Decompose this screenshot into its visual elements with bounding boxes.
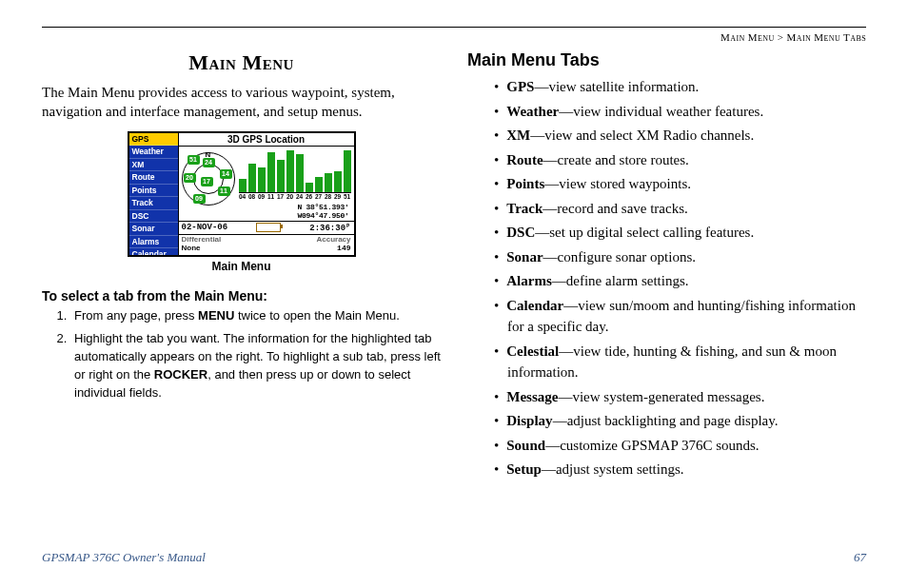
accuracy-value: 149 (316, 245, 350, 253)
device-tab-sonar: Sonar (129, 223, 178, 236)
intro-paragraph: The Main Menu provides access to various… (42, 83, 441, 122)
tab-item-alarms: Alarms—define alarm settings. (494, 270, 866, 292)
tab-item-track: Track—record and save tracks. (494, 198, 866, 220)
tab-item-message: Message—view system-generated messages. (494, 386, 866, 408)
tab-item-sound: Sound—customize GPSMAP 376C sounds. (494, 435, 866, 457)
device-tab-xm: XM (129, 159, 178, 172)
tab-item-dsc: DSC—set up digital select calling featur… (494, 222, 866, 244)
satellite-marker: 20 (184, 173, 196, 183)
satellite-marker: 14 (220, 169, 232, 179)
longitude: W094°47.950' (297, 212, 348, 221)
device-tab-dsc: DSC (129, 210, 178, 224)
device-sidebar: GPSWeatherXMRoutePointsTrackDSCSonarAlar… (129, 133, 179, 255)
device-screenshot: GPSWeatherXMRoutePointsTrackDSCSonarAlar… (128, 131, 356, 257)
signal-bar (296, 154, 304, 192)
page-footer: GPSMAP 376C Owner's Manual 67 (42, 550, 866, 565)
device-tab-route: Route (129, 171, 178, 185)
tabs-list: GPS—view satellite information.Weather—v… (467, 76, 866, 480)
signal-bar (248, 164, 256, 192)
satellite-marker: 17 (201, 177, 213, 186)
manual-title: GPSMAP 376C Owner's Manual (42, 550, 206, 565)
signal-bars (239, 148, 351, 193)
signal-bar (267, 152, 275, 192)
device-tab-weather: Weather (129, 146, 178, 159)
differential-value: None (182, 245, 222, 253)
tab-item-xm: XM—view and select XM Radio channels. (494, 125, 866, 147)
device-time: 2:36:30ᴾ (309, 223, 350, 233)
signal-bar (334, 171, 342, 192)
tab-item-route: Route—create and store routes. (494, 149, 866, 171)
tab-item-weather: Weather—view individual weather features… (494, 101, 866, 123)
signal-bar (344, 150, 351, 192)
coordinates: N 38°51.393' W094°47.950' (297, 204, 348, 221)
tab-item-calendar: Calendar—view sun/moom and hunting/fishi… (494, 295, 866, 338)
signal-bar (277, 160, 285, 192)
tab-item-sonar: Sonar—configure sonar options. (494, 246, 866, 268)
instruction-step: From any page, press MENU twice to open … (70, 307, 441, 325)
instruction-step: Highlight the tab you want. The informat… (70, 330, 441, 402)
instructions-heading: To select a tab from the Main Menu: (42, 288, 441, 304)
tab-item-celestial: Celestial—view tide, hunting & fishing, … (494, 341, 866, 383)
figure-caption: Main Menu (128, 260, 356, 273)
instructions-list: From any page, press MENU twice to open … (42, 307, 441, 402)
page-number: 67 (854, 550, 866, 565)
signal-bar (239, 179, 247, 192)
device-tab-points: Points (129, 185, 178, 198)
tab-item-setup: Setup—adjust system settings. (494, 459, 866, 480)
tab-item-points: Points—view stored waypoints. (494, 173, 866, 195)
device-tab-calendar: Calendar (129, 248, 178, 257)
device-tab-track: Track (129, 197, 178, 210)
signal-bar (325, 173, 332, 192)
signal-bar (258, 167, 266, 192)
device-tab-alarms: Alarms (129, 236, 178, 249)
device-main: 3D GPS Location N 51242017091114 0408091… (179, 133, 354, 255)
signal-bar (306, 183, 313, 192)
tab-item-display: Display—adjust backlighting and page dis… (494, 410, 866, 432)
device-figure: GPSWeatherXMRoutePointsTrackDSCSonarAlar… (128, 131, 356, 273)
device-title: 3D GPS Location (179, 133, 354, 147)
satellite-marker: 24 (203, 158, 215, 167)
satellite-marker: 09 (193, 194, 206, 204)
tab-item-gps: GPS—view satellite information. (494, 76, 866, 98)
battery-icon (256, 223, 281, 232)
breadcrumb-subsection: Main Menu Tabs (787, 31, 866, 43)
satellite-marker: 51 (188, 155, 200, 165)
breadcrumb: Main Menu > Main Menu Tabs (42, 31, 866, 43)
signal-bar-labels: 040809111720242627282951 (239, 193, 351, 200)
signal-bar (286, 150, 294, 192)
device-date: 02-NOV-06 (182, 223, 228, 233)
tabs-heading: Main Menu Tabs (467, 50, 866, 70)
signal-bar (315, 177, 323, 192)
device-tab-gps: GPS (129, 133, 178, 147)
satellite-marker: 11 (218, 186, 230, 196)
breadcrumb-section: Main Menu (720, 31, 775, 43)
skyplot: N 51242017091114 (182, 152, 235, 206)
page-title: Main Menu (42, 50, 441, 75)
